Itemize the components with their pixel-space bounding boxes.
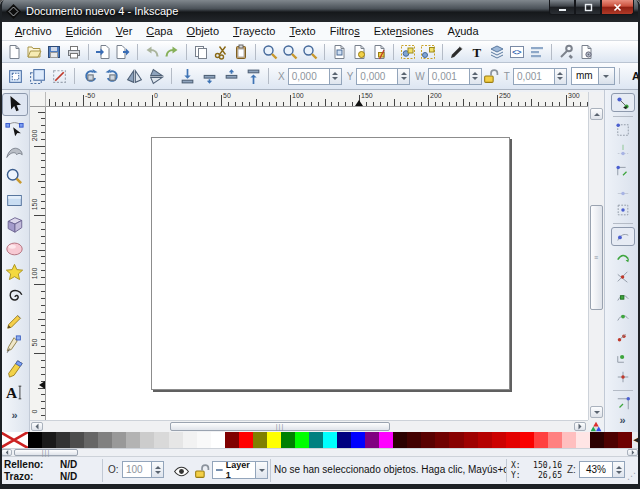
- horizontal-scrollbar[interactable]: |||: [30, 420, 588, 432]
- minimize-button[interactable]: [549, 0, 575, 15]
- align-distribute-icon[interactable]: [527, 42, 547, 62]
- scroll-right-icon[interactable]: [574, 422, 586, 431]
- x-spinner[interactable]: [330, 68, 342, 85]
- menu-item-capa[interactable]: Capa: [139, 23, 179, 39]
- color-swatch[interactable]: [28, 432, 42, 448]
- select-all-icon[interactable]: [4, 65, 26, 87]
- snap-bbox-centers-icon[interactable]: [611, 200, 635, 219]
- color-swatch[interactable]: [351, 432, 365, 448]
- color-swatch[interactable]: [98, 432, 112, 448]
- y-field[interactable]: 0,000: [356, 68, 410, 85]
- snap-enable-icon[interactable]: [611, 93, 635, 112]
- swatch-none[interactable]: [0, 432, 28, 448]
- lower-to-bottom-icon[interactable]: [176, 65, 198, 87]
- flip-vertical-icon[interactable]: [145, 65, 167, 87]
- palette-scroll-thumb[interactable]: |||: [14, 449, 78, 456]
- snap-midpoints-icon[interactable]: [611, 327, 635, 346]
- menu-item-edición[interactable]: Edición: [59, 23, 109, 39]
- maximize-button[interactable]: [575, 0, 601, 15]
- tool-3d-box[interactable]: [2, 213, 28, 236]
- width-spinner[interactable]: [470, 68, 482, 85]
- print-icon[interactable]: [64, 42, 84, 62]
- zoom-field[interactable]: 43%: [579, 461, 625, 478]
- color-swatch[interactable]: [295, 432, 309, 448]
- color-swatch[interactable]: [421, 432, 435, 448]
- raise-to-top-icon[interactable]: [242, 65, 264, 87]
- color-swatch[interactable]: [520, 432, 534, 448]
- palette-config-icon[interactable]: ◀: [632, 432, 640, 448]
- width-field[interactable]: 0,001: [428, 68, 482, 85]
- y-spinner[interactable]: [398, 68, 410, 85]
- units-combo[interactable]: mm: [571, 67, 615, 85]
- tool-tweak[interactable]: [2, 141, 28, 164]
- lower-icon[interactable]: [198, 65, 220, 87]
- toolbox-overflow-chevron[interactable]: »: [11, 409, 17, 421]
- menu-item-filtros[interactable]: Filtros: [323, 23, 367, 39]
- ungroup-icon[interactable]: [418, 42, 438, 62]
- color-swatch[interactable]: [337, 432, 351, 448]
- color-swatch[interactable]: [323, 432, 337, 448]
- color-swatch[interactable]: [239, 432, 253, 448]
- color-swatch[interactable]: [618, 432, 632, 448]
- height-field[interactable]: 0,001: [513, 68, 567, 85]
- layer-visibility-eye-icon[interactable]: [170, 460, 192, 482]
- snap-paths-icon[interactable]: [611, 247, 635, 266]
- duplicate-icon[interactable]: [329, 42, 349, 62]
- preferences-icon[interactable]: [556, 42, 576, 62]
- text-dialog-icon[interactable]: T: [467, 42, 487, 62]
- menu-item-texto[interactable]: Texto: [282, 23, 322, 39]
- stroke-value[interactable]: N/D: [60, 471, 77, 482]
- color-swatch[interactable]: [562, 432, 576, 448]
- undo-icon[interactable]: [142, 42, 162, 62]
- color-swatch[interactable]: [506, 432, 520, 448]
- layer-selector[interactable]: Layer 1: [212, 461, 268, 479]
- color-swatch[interactable]: [154, 432, 168, 448]
- lock-ratio-button[interactable]: [482, 65, 499, 87]
- color-managed-view-button[interactable]: [588, 420, 604, 432]
- color-swatch[interactable]: [478, 432, 492, 448]
- fill-stroke-icon[interactable]: [447, 42, 467, 62]
- palette-scroll-left-icon[interactable]: [1, 449, 12, 456]
- raise-icon[interactable]: [220, 65, 242, 87]
- color-swatch[interactable]: [197, 432, 211, 448]
- color-swatch[interactable]: [225, 432, 239, 448]
- layers-dialog-icon[interactable]: [487, 42, 507, 62]
- color-swatch[interactable]: [449, 432, 463, 448]
- tool-selector[interactable]: [2, 93, 28, 116]
- tool-rectangle[interactable]: [2, 189, 28, 212]
- unlink-clone-icon[interactable]: [369, 42, 389, 62]
- resize-grip[interactable]: ⋰: [627, 471, 636, 481]
- layer-lock-icon[interactable]: [190, 460, 212, 482]
- tool-pen[interactable]: [2, 333, 28, 356]
- rotate-ccw-icon[interactable]: [79, 65, 101, 87]
- layer-dropdown-icon[interactable]: [256, 461, 268, 479]
- snap-bbox-edges-icon[interactable]: [611, 140, 635, 159]
- color-swatch[interactable]: [56, 432, 70, 448]
- color-swatch[interactable]: [70, 432, 84, 448]
- zoom-page-icon[interactable]: [300, 42, 320, 62]
- zoom-selection-icon[interactable]: [260, 42, 280, 62]
- vertical-scroll-thumb[interactable]: ≡: [590, 205, 603, 310]
- document-properties-icon[interactable]: [576, 42, 596, 62]
- import-icon[interactable]: [93, 42, 113, 62]
- color-swatch[interactable]: [464, 432, 478, 448]
- tool-zoom[interactable]: [2, 165, 28, 188]
- color-swatch[interactable]: [211, 432, 225, 448]
- canvas[interactable]: [46, 107, 588, 420]
- tool-pencil[interactable]: [2, 309, 28, 332]
- snap-nodes-icon[interactable]: [611, 227, 635, 246]
- snap-bbox-corners-icon[interactable]: [611, 160, 635, 179]
- tool-calligraphy[interactable]: [2, 357, 28, 380]
- color-swatch[interactable]: [267, 432, 281, 448]
- height-spinner[interactable]: [555, 68, 567, 85]
- color-swatch[interactable]: [379, 432, 393, 448]
- color-swatch[interactable]: [576, 432, 590, 448]
- tool-ellipse[interactable]: [2, 237, 28, 260]
- new-document-icon[interactable]: [4, 42, 24, 62]
- color-swatch[interactable]: [169, 432, 183, 448]
- export-icon[interactable]: [113, 42, 133, 62]
- color-swatch[interactable]: [548, 432, 562, 448]
- snap-smooth-nodes-icon[interactable]: [611, 307, 635, 326]
- color-swatch[interactable]: [112, 432, 126, 448]
- document-page[interactable]: [151, 137, 510, 390]
